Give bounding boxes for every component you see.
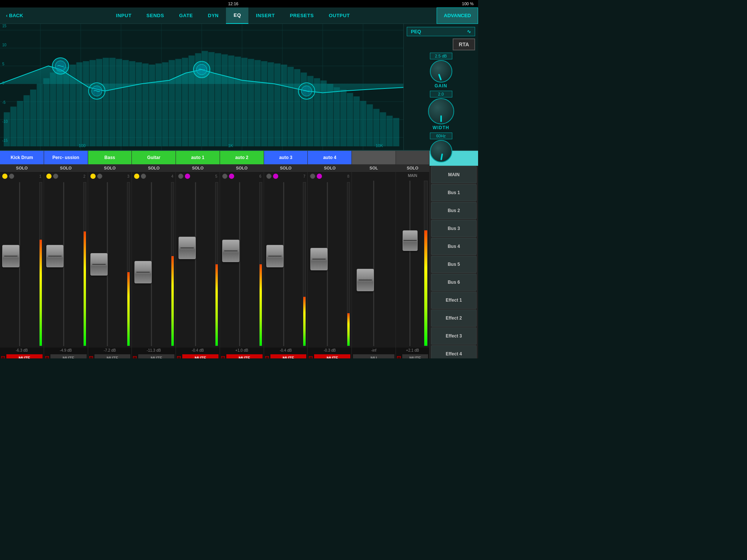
- master-mute-indicator: [397, 356, 401, 358]
- channel-indicators-5: 5: [176, 172, 220, 181]
- fader-line-6: [239, 182, 240, 346]
- rta-button[interactable]: RTA: [453, 38, 475, 50]
- sidebar-bus3-button[interactable]: Bus 3: [431, 220, 477, 237]
- channel-solo-8[interactable]: SOLO: [308, 164, 351, 172]
- vu-meter-3: [127, 182, 130, 346]
- indicator-gray: [97, 174, 102, 179]
- mute-button-2[interactable]: MUTE: [50, 354, 87, 358]
- sidebar-main-button[interactable]: MAIN: [431, 166, 477, 183]
- fader-handle-1[interactable]: [2, 245, 19, 267]
- tab-output[interactable]: OUTPUT: [321, 7, 357, 24]
- fader-handle-8[interactable]: [310, 248, 328, 270]
- vu-fill-3: [127, 272, 130, 346]
- fader-handle-2[interactable]: [46, 245, 63, 267]
- peq-label: PEQ: [411, 29, 421, 34]
- sidebar-effect2-button[interactable]: Effect 2: [431, 309, 477, 327]
- channel-solo-7[interactable]: SOLO: [264, 164, 308, 172]
- partial-fader-line-inner: [359, 280, 372, 280]
- channel-indicators-7: 7: [264, 172, 308, 181]
- tab-dyn[interactable]: DYN: [201, 7, 226, 24]
- partial-fader-handle[interactable]: [357, 269, 374, 291]
- tab-presets[interactable]: PRESETS: [282, 7, 321, 24]
- fader-track-7: [266, 182, 302, 346]
- fader-area-8: [308, 181, 351, 348]
- mute-indicator-2: [45, 356, 49, 358]
- tab-eq[interactable]: EQ: [226, 7, 248, 24]
- fader-handle-4[interactable]: [134, 261, 152, 283]
- channel-num-8: 8: [347, 174, 350, 178]
- sidebar-bus1-button[interactable]: Bus 1: [431, 184, 477, 201]
- fader-track-3: [90, 182, 126, 346]
- fader-area-6: [220, 181, 264, 348]
- partial-solo[interactable]: SOL: [352, 164, 396, 172]
- fader-area-5: [176, 181, 220, 348]
- mute-button-7[interactable]: MUTE: [270, 354, 307, 358]
- back-button[interactable]: ‹ BACK: [0, 13, 29, 18]
- mute-indicator-6: [221, 356, 225, 358]
- fader-track-2: [46, 182, 82, 346]
- indicator-yellow: [46, 174, 52, 179]
- channel-db-7: -0.4 dB: [264, 348, 308, 353]
- channel-solo-4[interactable]: SOLO: [132, 164, 176, 172]
- master-vu-meter: [424, 181, 428, 346]
- fader-handle-5[interactable]: [179, 237, 196, 259]
- vu-meter-4: [171, 182, 174, 346]
- indicator-yellow: [134, 174, 139, 179]
- sidebar-bus6-button[interactable]: Bus 6: [431, 274, 477, 291]
- sidebar-bus2-button[interactable]: Bus 2: [431, 202, 477, 219]
- channel-num-1: 1: [39, 174, 41, 178]
- mute-button-5[interactable]: MUTE: [182, 354, 218, 358]
- back-label: BACK: [9, 13, 23, 18]
- mute-indicator-5: [177, 356, 181, 358]
- sidebar-effect3-button[interactable]: Effect 3: [431, 327, 477, 345]
- channel-solo-6[interactable]: SOLO: [220, 164, 264, 172]
- channel-7: auto 3 SOLO 7 -0.4 dB: [264, 151, 308, 358]
- mute-button-1[interactable]: MUTE: [6, 354, 43, 358]
- eq-canvas[interactable]: [0, 24, 403, 150]
- gain-knob[interactable]: [430, 60, 452, 83]
- channel-solo-5[interactable]: SOLO: [176, 164, 220, 172]
- channel-db-3: -7.2 dB: [88, 348, 132, 353]
- sidebar-bus4-button[interactable]: Bus 4: [431, 238, 477, 255]
- advanced-button[interactable]: ADVANCED: [437, 7, 478, 24]
- fader-area-1: [0, 181, 44, 348]
- sidebar-effect4-button[interactable]: Effect 4: [431, 345, 477, 358]
- width-value: 2.0: [430, 91, 452, 97]
- tab-gate[interactable]: GATE: [171, 7, 200, 24]
- channel-solo-3[interactable]: SOLO: [88, 164, 132, 172]
- vu-meter-7: [303, 182, 306, 346]
- tab-sends[interactable]: SENDS: [139, 7, 171, 24]
- width-knob[interactable]: [428, 98, 454, 124]
- tab-input[interactable]: INPUT: [109, 7, 139, 24]
- indicator-gray: [266, 174, 272, 179]
- mute-button-6[interactable]: MUTE: [226, 354, 263, 358]
- fader-handle-3[interactable]: [90, 253, 108, 276]
- master-solo[interactable]: SOLO: [396, 164, 429, 172]
- channel-mute-row-7: MUTE: [264, 353, 308, 358]
- mute-button-8[interactable]: MUTE: [314, 354, 350, 358]
- sidebar-bus5-button[interactable]: Bus 5: [431, 256, 477, 273]
- master-vu-fill: [424, 230, 427, 346]
- mute-button-3[interactable]: MUTE: [94, 354, 131, 358]
- mute-button-4[interactable]: MUTE: [138, 354, 174, 358]
- master-fader-handle[interactable]: [403, 230, 418, 251]
- status-bar: 12:16 100 %: [0, 0, 478, 7]
- sidebar-effect1-button[interactable]: Effect 1: [431, 292, 477, 309]
- fader-line-2: [63, 182, 64, 346]
- channel-solo-1[interactable]: SOLO: [0, 164, 44, 172]
- channel-solo-2[interactable]: SOLO: [44, 164, 88, 172]
- freq-knob[interactable]: [430, 140, 452, 162]
- channel-db-1: -6.3 dB: [0, 348, 44, 353]
- fader-line-inner: [312, 259, 326, 259]
- channel-name-1: Kick Drum: [0, 151, 44, 164]
- channel-name-7: auto 3: [264, 151, 308, 164]
- master-mute-button[interactable]: MUTE: [402, 354, 428, 358]
- fader-line-1: [19, 182, 20, 346]
- vu-fill-8: [347, 313, 350, 346]
- channel-2: Perc- ussion SOLO 2 -4.9 dB: [44, 151, 88, 358]
- tab-insert[interactable]: INSERT: [248, 7, 282, 24]
- fader-handle-6[interactable]: [222, 240, 239, 262]
- fader-handle-7[interactable]: [266, 245, 283, 267]
- vu-fill-1: [40, 240, 42, 346]
- partial-mute-btn[interactable]: MU: [353, 354, 394, 358]
